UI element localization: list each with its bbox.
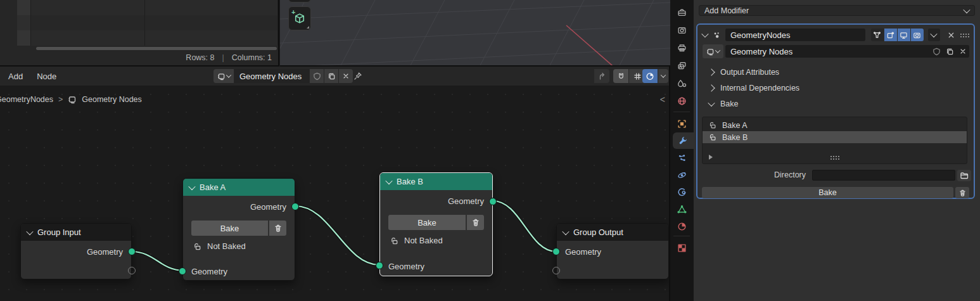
bake-item-row[interactable]: Bake A — [703, 119, 967, 131]
node-group-name-field[interactable]: Geometry Nodes — [725, 45, 969, 58]
tab-output[interactable] — [670, 39, 694, 56]
geometry-nodes-modifier-icon — [712, 30, 721, 40]
geometry-output-socket[interactable] — [291, 203, 299, 210]
output-socket-row: Geometry — [183, 198, 295, 215]
geometry-output-socket[interactable] — [489, 198, 497, 205]
viewport-3d[interactable]: + — [280, 0, 670, 67]
delete-bake-button[interactable] — [269, 221, 286, 236]
tab-tool[interactable] — [670, 4, 694, 20]
show-in-viewport-toggle[interactable] — [898, 29, 910, 41]
viewport-tool-button-partial[interactable] — [288, 0, 311, 3]
show-in-edit-mode-toggle[interactable] — [884, 29, 897, 41]
modifier-drag-grip[interactable] — [960, 33, 969, 37]
spreadsheet-horizontal-scrollbar[interactable] — [36, 47, 277, 50]
node-group-output-header[interactable]: Group Output — [557, 224, 668, 241]
virtual-output-socket[interactable] — [128, 267, 136, 274]
geometry-input-socket[interactable] — [376, 262, 383, 269]
unlink-node-group-icon[interactable] — [959, 48, 967, 55]
add-modifier-dropdown[interactable]: Add Modifier — [699, 5, 975, 16]
columns-count: Columns: 1 — [232, 53, 272, 62]
delete-all-bakes-button[interactable] — [955, 187, 969, 198]
tab-particles[interactable] — [670, 150, 694, 166]
node-group-input[interactable]: Group Input Geometry — [20, 223, 132, 279]
chevron-right-icon — [708, 84, 715, 91]
bake-status-row: Not Baked — [193, 241, 295, 251]
modifier-name-field[interactable]: GeometryNodes — [725, 29, 865, 41]
panel-expand-chevron[interactable] — [701, 30, 708, 37]
node-group-browse-button[interactable] — [703, 44, 723, 58]
lock-open-icon — [193, 242, 201, 251]
blender-window: Rows: 8 | Columns: 1 + Add Node — [0, 0, 980, 301]
list-expand-triangle[interactable] — [709, 155, 713, 160]
tab-object[interactable] — [670, 115, 694, 132]
node-title: Group Input — [37, 227, 81, 237]
tab-constraints[interactable] — [670, 184, 694, 200]
spreadsheet-row-index-column — [17, 0, 31, 46]
link-bakeb-groupoutput — [493, 201, 556, 252]
tab-physics[interactable] — [670, 167, 694, 183]
geometry-input-socket[interactable] — [179, 267, 186, 275]
show-on-cage-toggle[interactable] — [871, 29, 884, 41]
collapse-chevron-icon[interactable] — [385, 177, 392, 184]
tab-texture[interactable] — [670, 240, 694, 256]
viewport-grid — [280, 0, 670, 67]
section-bake[interactable]: Bake — [709, 99, 739, 108]
tab-scene[interactable] — [670, 75, 694, 91]
status-divider: | — [222, 53, 224, 62]
output-socket-row: Geometry — [380, 192, 492, 210]
delete-modifier-x-button[interactable] — [947, 31, 955, 39]
virtual-input-socket[interactable] — [552, 267, 560, 274]
tab-material[interactable] — [670, 218, 694, 234]
node-group-name: Geometry Nodes — [730, 47, 792, 56]
node-bake-a[interactable]: Bake A Geometry Bake Not Baked Geometry — [182, 178, 295, 281]
tab-object-data[interactable] — [670, 201, 694, 217]
fake-user-shield-icon[interactable] — [932, 48, 941, 56]
show-in-render-toggle[interactable] — [911, 29, 924, 41]
bake-all-button[interactable]: Bake — [702, 187, 953, 198]
socket-label: Geometry — [388, 262, 424, 271]
bake-status-label: Not Baked — [207, 241, 246, 251]
tab-separator — [673, 236, 690, 236]
node-bake-b-header[interactable]: Bake B — [380, 173, 492, 190]
duplicate-node-group-icon[interactable] — [946, 48, 954, 56]
bake-status-label: Not Baked — [404, 236, 443, 245]
spreadsheet-cells[interactable] — [30, 0, 278, 46]
bake-button[interactable]: Bake — [191, 221, 268, 236]
tab-world[interactable] — [670, 93, 694, 109]
tab-render[interactable] — [670, 22, 694, 38]
collapse-chevron-icon[interactable] — [562, 227, 569, 234]
list-resize-grip[interactable] — [830, 155, 840, 160]
socket-label: Geometry — [191, 267, 227, 276]
node-title: Bake B — [397, 177, 423, 186]
bake-button[interactable]: Bake — [388, 215, 466, 230]
delete-bake-button[interactable] — [467, 215, 484, 230]
bake-item-row-selected[interactable]: Bake B — [703, 131, 967, 143]
bake-items-list: Bake A Bake B — [702, 117, 967, 164]
socket-label: Geometry — [565, 247, 601, 257]
lock-open-icon — [708, 121, 716, 129]
section-output-attributes[interactable]: Output Attributes — [709, 68, 779, 77]
node-group-output[interactable]: Group Output Geometry — [556, 223, 669, 279]
section-internal-dependencies[interactable]: Internal Dependencies — [709, 84, 799, 93]
node-group-input-header[interactable]: Group Input — [21, 224, 131, 241]
rows-count: Rows: 8 — [186, 53, 214, 62]
bake-item-label: Bake A — [722, 121, 748, 130]
directory-input[interactable] — [812, 170, 955, 181]
directory-row: Directory — [697, 170, 974, 181]
collapse-chevron-icon[interactable] — [188, 183, 195, 189]
add-cube-tool-button[interactable]: + — [288, 6, 311, 30]
node-bake-a-header[interactable]: Bake A — [183, 179, 295, 196]
geometry-output-socket[interactable] — [128, 248, 136, 255]
section-label: Output Attributes — [720, 68, 779, 77]
tab-modifiers-active[interactable] — [673, 132, 694, 149]
modifier-extras-dropdown[interactable] — [928, 29, 940, 41]
node-bake-b[interactable]: Bake B Geometry Bake Not Baked Geometry — [379, 172, 493, 276]
input-socket-row: Geometry — [557, 243, 668, 260]
directory-label: Directory — [774, 170, 806, 179]
tab-view-layer[interactable] — [670, 57, 694, 74]
folder-browse-button[interactable] — [957, 170, 971, 181]
geometry-input-socket[interactable] — [552, 248, 560, 255]
spreadsheet-column-divider — [144, 0, 145, 46]
section-label: Internal Dependencies — [720, 84, 799, 93]
collapse-chevron-icon[interactable] — [26, 227, 33, 234]
